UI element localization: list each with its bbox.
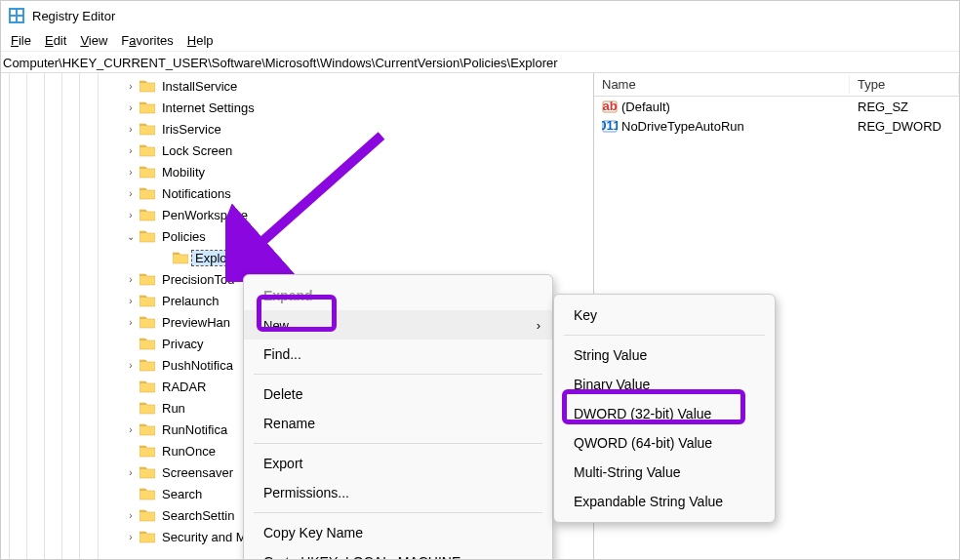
tree-node-label: Search — [159, 487, 205, 501]
tree-node-label: Internet Settings — [159, 100, 258, 115]
ctx-delete[interactable]: Delete — [244, 380, 552, 409]
menu-file[interactable]: File — [5, 31, 37, 50]
tree-node-label: RunNotifica — [159, 422, 230, 437]
menu-edit[interactable]: Edit — [39, 31, 72, 50]
ctx-permissions[interactable]: Permissions... — [244, 478, 552, 507]
svg-rect-1 — [11, 10, 16, 15]
expander-closed-icon[interactable]: › — [124, 210, 138, 220]
folder-icon — [140, 79, 155, 93]
tree-node-label: PrecisionTou — [159, 272, 237, 287]
expander-closed-icon[interactable]: › — [124, 124, 138, 135]
tree-node-label: Prelaunch — [159, 294, 222, 308]
tree-node-label: PushNotifica — [159, 358, 236, 373]
tree-node-label: PreviewHan — [159, 315, 233, 330]
value-icon: 011 — [602, 118, 618, 134]
ctx-find[interactable]: Find... — [244, 340, 552, 369]
folder-icon — [140, 380, 155, 393]
tree-node[interactable]: ›Lock Screen — [1, 140, 593, 161]
folder-icon — [140, 208, 155, 221]
expander-closed-icon[interactable]: › — [124, 467, 138, 478]
ctx-rename[interactable]: Rename — [244, 409, 552, 438]
folder-icon — [140, 508, 155, 522]
ctx-new-multistring[interactable]: Multi-String Value — [554, 458, 775, 487]
folder-icon — [140, 465, 155, 479]
expander-closed-icon[interactable]: › — [124, 81, 138, 92]
tree-node-label: Notifications — [159, 186, 234, 201]
ctx-goto-hklm[interactable]: Go to HKEY_LOCAL_MACHINE — [244, 547, 552, 560]
value-icon: ab — [602, 99, 618, 114]
svg-text:011: 011 — [602, 118, 618, 133]
tree-node-label: InstallService — [159, 79, 240, 94]
tree-node[interactable]: ⌄Policies — [1, 225, 593, 247]
list-row[interactable]: ab(Default)REG_SZ — [594, 97, 959, 116]
tree-node[interactable]: ›Explorer — [1, 247, 593, 268]
folder-icon — [140, 422, 155, 436]
expander-closed-icon[interactable]: › — [124, 167, 138, 178]
svg-text:ab: ab — [602, 99, 617, 113]
ctx-copy-key-name[interactable]: Copy Key Name — [244, 518, 552, 547]
title-bar: Registry Editor — [1, 1, 959, 30]
address-bar[interactable]: Computer\HKEY_CURRENT_USER\Software\Micr… — [1, 52, 959, 73]
expander-closed-icon[interactable]: › — [124, 145, 138, 156]
expander-closed-icon[interactable]: › — [124, 188, 138, 199]
tree-node-label: Privacy — [159, 337, 207, 351]
list-row[interactable]: 011NoDriveTypeAutoRunREG_DWORD — [594, 116, 959, 136]
tree-node[interactable]: ›PenWorkspace — [1, 204, 593, 225]
ctx-expand: Expand — [244, 281, 552, 310]
ctx-new-label: New — [263, 318, 289, 333]
folder-icon — [140, 143, 155, 157]
tree-node[interactable]: ›Mobility — [1, 161, 593, 182]
folder-icon — [140, 337, 155, 350]
submenu-arrow-icon: › — [537, 318, 540, 333]
tree-node-label: IrisService — [159, 122, 224, 137]
tree-node-label: Lock Screen — [159, 143, 235, 158]
folder-icon — [140, 358, 155, 372]
tree-node-label: RADAR — [159, 380, 210, 394]
folder-icon — [140, 315, 155, 329]
expander-closed-icon[interactable]: › — [124, 296, 138, 306]
col-header-name[interactable]: Name — [594, 75, 850, 94]
tree-node[interactable]: ›Notifications — [1, 182, 593, 204]
tree-node-label: Run — [159, 401, 188, 416]
menu-help[interactable]: Help — [181, 31, 220, 50]
ctx-export[interactable]: Export — [244, 449, 552, 478]
expander-closed-icon[interactable]: › — [124, 102, 138, 113]
ctx-new-key[interactable]: Key — [554, 300, 775, 330]
tree-node-label: Explorer — [192, 251, 245, 265]
ctx-new[interactable]: New› — [244, 310, 552, 340]
folder-icon — [140, 100, 155, 114]
col-header-type[interactable]: Type — [850, 75, 959, 94]
tree-node[interactable]: ›IrisService — [1, 118, 593, 140]
tree-node-label: PenWorkspace — [159, 208, 251, 222]
regedit-icon — [9, 8, 24, 23]
value-name: NoDriveTypeAutoRun — [621, 119, 744, 134]
expander-closed-icon[interactable]: › — [124, 317, 138, 328]
menu-view[interactable]: View — [74, 31, 113, 50]
ctx-new-qword[interactable]: QWORD (64-bit) Value — [554, 428, 775, 458]
expander-closed-icon[interactable]: › — [124, 360, 138, 371]
expander-closed-icon[interactable]: › — [124, 532, 138, 542]
folder-icon — [140, 229, 155, 243]
ctx-new-string[interactable]: String Value — [554, 340, 775, 370]
folder-icon — [140, 272, 155, 286]
folder-icon — [140, 444, 155, 458]
list-header: Name Type — [594, 73, 959, 97]
folder-icon — [173, 251, 188, 264]
app-title: Registry Editor — [32, 9, 115, 23]
ctx-new-expandstring[interactable]: Expandable String Value — [554, 487, 775, 516]
expander-closed-icon[interactable]: › — [124, 424, 138, 435]
expander-open-icon[interactable]: ⌄ — [124, 231, 138, 242]
folder-icon — [140, 401, 155, 415]
folder-icon — [140, 165, 155, 179]
expander-closed-icon[interactable]: › — [124, 274, 138, 285]
folder-icon — [140, 530, 155, 543]
ctx-new-dword[interactable]: DWORD (32-bit) Value — [554, 399, 775, 428]
folder-icon — [140, 487, 155, 500]
tree-node[interactable]: ›InstallService — [1, 75, 593, 97]
tree-node-label: RunOnce — [159, 444, 219, 459]
ctx-new-binary[interactable]: Binary Value — [554, 370, 775, 399]
tree-node[interactable]: ›Internet Settings — [1, 97, 593, 118]
menu-favorites[interactable]: Favorites — [115, 31, 179, 50]
svg-rect-2 — [18, 10, 22, 15]
expander-closed-icon[interactable]: › — [124, 510, 138, 521]
